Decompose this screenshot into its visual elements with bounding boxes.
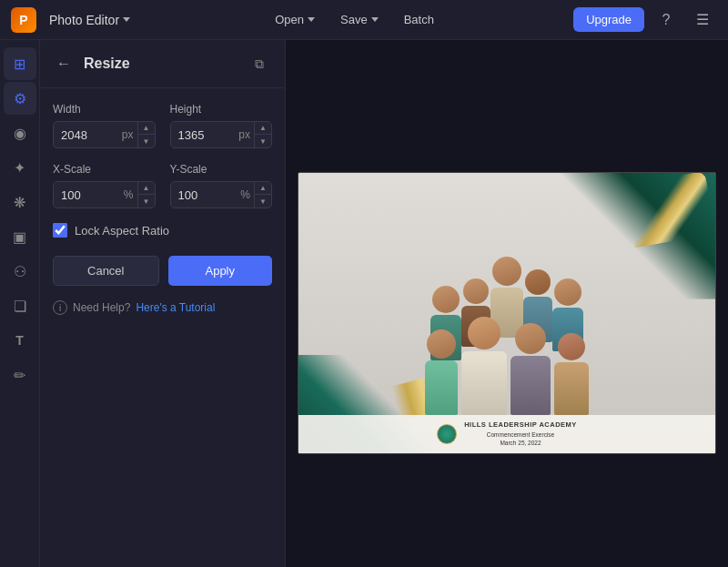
height-increment-button[interactable]: ▲ [255,122,271,135]
sidebar-item-eye[interactable]: ◉ [4,116,36,149]
sidebar-item-layers[interactable]: ⊞ [4,47,36,80]
copy-icon[interactable]: ⧉ [247,51,272,76]
topbar: P Photo Editor Open Save Batch Upgrade ?… [0,0,728,40]
width-spinner: ▲ ▼ [137,122,155,147]
sidebar-item-stamp[interactable]: ❏ [4,289,36,322]
save-chevron-icon [371,17,379,22]
main: ⊞ ⚙ ◉ ✦ ❋ ▣ ⚇ ❏ T ✏ ← Resize ⧉ Width px [0,40,728,567]
topbar-center: Open Save Batch [264,8,445,31]
tutorial-link[interactable]: Here's a Tutorial [136,301,215,314]
batch-label: Batch [404,13,434,26]
cancel-button[interactable]: Cancel [53,256,159,286]
academy-info: HILLS LEADERSHIP ACADEMY Commencement Ex… [464,420,577,447]
icon-sidebar: ⊞ ⚙ ◉ ✦ ❋ ▣ ⚇ ❏ T ✏ [0,40,40,567]
sidebar-item-text[interactable]: T [4,324,36,357]
figure-front-4 [554,333,589,415]
yscale-label: Y-Scale [170,163,273,176]
upgrade-button[interactable]: Upgrade [573,7,644,32]
sidebar-item-adjustments[interactable]: ⚙ [4,82,36,115]
academy-logo [437,424,457,444]
yscale-input-wrap: % ▲ ▼ [170,181,273,208]
help-button[interactable]: ? [652,5,681,35]
open-label: Open [275,13,304,26]
app-title-chevron-icon [123,17,130,22]
photo-background: HILLS LEADERSHIP ACADEMY Commencement Ex… [298,173,715,453]
height-unit: px [238,128,254,141]
height-field: Height px ▲ ▼ [170,103,273,148]
xscale-spinner: ▲ ▼ [137,182,155,208]
width-input-wrap: px ▲ ▼ [53,121,156,148]
width-field: Width px ▲ ▼ [53,103,156,148]
width-increment-button[interactable]: ▲ [138,122,155,135]
batch-button[interactable]: Batch [393,8,445,31]
width-input[interactable] [54,123,122,147]
figure-front-1 [425,329,458,415]
xscale-decrement-button[interactable]: ▼ [138,195,155,208]
yscale-input[interactable] [171,183,241,208]
width-decrement-button[interactable]: ▼ [138,135,155,147]
academy-date: March 25, 2022 [500,440,541,446]
xscale-input-wrap: % ▲ ▼ [53,181,156,208]
back-button[interactable]: ← [53,53,75,75]
photo-info-bar: HILLS LEADERSHIP ACADEMY Commencement Ex… [298,415,715,453]
sidebar-item-people[interactable]: ⚇ [4,255,36,288]
resize-form: Width px ▲ ▼ Height px [40,88,285,300]
app-title-button[interactable]: Photo Editor [44,9,136,31]
scale-group: X-Scale % ▲ ▼ Y-Scale % [53,163,272,208]
height-decrement-button[interactable]: ▼ [255,135,271,147]
academy-name: HILLS LEADERSHIP ACADEMY [464,420,577,429]
open-button[interactable]: Open [264,8,326,31]
help-icon: i [53,300,67,315]
dimensions-group: Width px ▲ ▼ Height px [53,103,272,148]
xscale-label: X-Scale [53,163,156,176]
xscale-unit: % [124,188,137,201]
lock-aspect-ratio-row: Lock Aspect Ratio [53,223,272,238]
app-logo: P [11,7,36,33]
save-button[interactable]: Save [329,8,389,31]
sidebar-item-frames[interactable]: ▣ [4,220,36,253]
canvas-area: HILLS LEADERSHIP ACADEMY Commencement Ex… [286,40,728,567]
figure-front-2 [461,317,507,415]
height-spinner: ▲ ▼ [254,122,271,147]
height-label: Height [170,103,273,116]
width-label: Width [53,103,156,116]
height-input[interactable] [171,123,239,147]
help-row: i Need Help? Here's a Tutorial [40,300,285,328]
resize-panel: ← Resize ⧉ Width px ▲ ▼ [40,40,286,567]
panel-title: Resize [84,56,238,72]
xscale-increment-button[interactable]: ▲ [138,182,155,195]
panel-header: ← Resize ⧉ [40,40,285,88]
photo-container: HILLS LEADERSHIP ACADEMY Commencement Ex… [298,172,716,454]
action-buttons: Cancel Apply [53,256,272,286]
yscale-spinner: ▲ ▼ [254,182,271,208]
figure-front-3 [511,323,551,415]
front-row [298,317,715,415]
height-input-wrap: px ▲ ▼ [170,121,273,148]
menu-button[interactable]: ☰ [688,5,717,35]
app-title-label: Photo Editor [49,13,119,27]
yscale-decrement-button[interactable]: ▼ [255,195,271,208]
yscale-increment-button[interactable]: ▲ [255,182,271,195]
help-text: Need Help? [73,301,130,314]
apply-button[interactable]: Apply [168,256,273,286]
sidebar-item-draw[interactable]: ✏ [4,359,36,391]
xscale-field: X-Scale % ▲ ▼ [53,163,156,208]
width-unit: px [122,128,137,141]
xscale-input[interactable] [54,183,124,208]
lock-aspect-ratio-checkbox[interactable] [53,223,67,238]
lock-aspect-ratio-label: Lock Aspect Ratio [75,224,169,238]
yscale-unit: % [240,188,254,201]
save-label: Save [340,13,368,26]
yscale-field: Y-Scale % ▲ ▼ [170,163,273,208]
open-chevron-icon [308,17,315,22]
academy-event: Commencement Exercise [487,431,554,438]
sidebar-item-effects[interactable]: ❋ [4,186,36,218]
sidebar-item-magic[interactable]: ✦ [4,151,36,184]
